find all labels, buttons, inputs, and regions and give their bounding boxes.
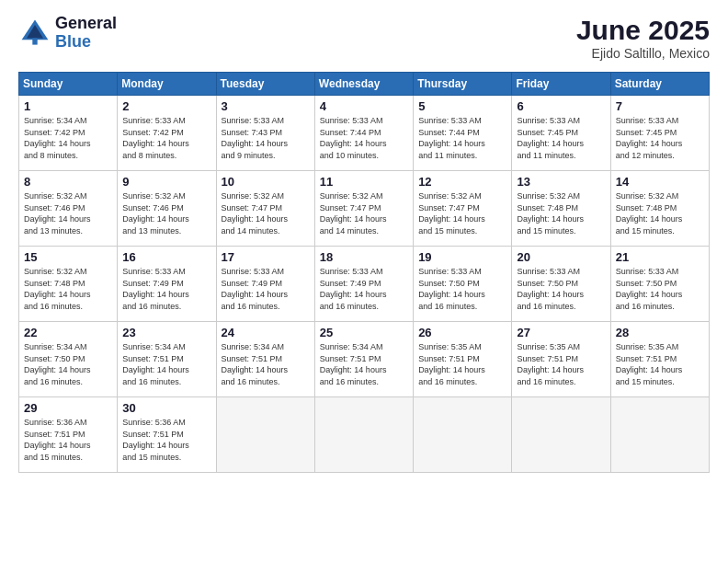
week-row-1: 8Sunrise: 5:32 AM Sunset: 7:46 PM Daylig… [19,171,710,247]
day-info: Sunrise: 5:32 AM Sunset: 7:46 PM Dayligh… [24,190,112,236]
day-number: 2 [122,99,210,113]
day-info: Sunrise: 5:33 AM Sunset: 7:44 PM Dayligh… [320,115,408,161]
day-cell: 9Sunrise: 5:32 AM Sunset: 7:46 PM Daylig… [118,171,216,247]
day-number: 15 [24,250,112,264]
day-cell: 14Sunrise: 5:32 AM Sunset: 7:48 PM Dayli… [610,171,709,247]
title-block: June 2025 Ejido Saltillo, Mexico [576,15,710,61]
day-cell: 12Sunrise: 5:32 AM Sunset: 7:47 PM Dayli… [414,171,512,247]
day-number: 6 [517,99,605,113]
day-info: Sunrise: 5:36 AM Sunset: 7:51 PM Dayligh… [24,417,112,463]
day-number: 16 [122,250,210,264]
day-number: 10 [222,175,310,189]
day-number: 4 [320,99,408,113]
day-cell: 7Sunrise: 5:33 AM Sunset: 7:45 PM Daylig… [610,96,709,171]
day-number: 21 [616,250,704,264]
day-info: Sunrise: 5:33 AM Sunset: 7:43 PM Dayligh… [222,115,310,161]
day-cell: 21Sunrise: 5:33 AM Sunset: 7:50 PM Dayli… [610,247,709,322]
day-cell [512,397,610,473]
day-cell: 25Sunrise: 5:34 AM Sunset: 7:51 PM Dayli… [314,322,413,397]
day-number: 20 [517,250,605,264]
day-info: Sunrise: 5:34 AM Sunset: 7:51 PM Dayligh… [320,341,408,387]
logo-blue: Blue [55,33,117,52]
day-info: Sunrise: 5:35 AM Sunset: 7:51 PM Dayligh… [418,341,506,387]
day-number: 7 [616,99,704,113]
day-cell: 19Sunrise: 5:33 AM Sunset: 7:50 PM Dayli… [414,247,512,322]
day-cell: 26Sunrise: 5:35 AM Sunset: 7:51 PM Dayli… [414,322,512,397]
day-cell: 8Sunrise: 5:32 AM Sunset: 7:46 PM Daylig… [19,171,118,247]
header: General Blue June 2025 Ejido Saltillo, M… [18,15,710,61]
day-cell: 10Sunrise: 5:32 AM Sunset: 7:47 PM Dayli… [216,171,314,247]
day-info: Sunrise: 5:34 AM Sunset: 7:50 PM Dayligh… [24,341,112,387]
subtitle: Ejido Saltillo, Mexico [576,46,710,61]
day-info: Sunrise: 5:35 AM Sunset: 7:51 PM Dayligh… [616,341,704,387]
day-number: 27 [517,326,605,339]
day-cell: 1Sunrise: 5:34 AM Sunset: 7:42 PM Daylig… [19,96,118,171]
day-number: 30 [122,401,210,415]
day-info: Sunrise: 5:33 AM Sunset: 7:49 PM Dayligh… [320,266,408,312]
week-row-0: 1Sunrise: 5:34 AM Sunset: 7:42 PM Daylig… [19,96,710,171]
day-info: Sunrise: 5:32 AM Sunset: 7:47 PM Dayligh… [222,190,310,236]
day-number: 17 [222,250,310,264]
day-number: 13 [517,175,605,189]
day-cell: 11Sunrise: 5:32 AM Sunset: 7:47 PM Dayli… [314,171,413,247]
day-cell: 22Sunrise: 5:34 AM Sunset: 7:50 PM Dayli… [19,322,118,397]
day-cell: 23Sunrise: 5:34 AM Sunset: 7:51 PM Dayli… [118,322,216,397]
day-number: 29 [24,401,112,415]
day-cell: 16Sunrise: 5:33 AM Sunset: 7:49 PM Dayli… [118,247,216,322]
logo: General Blue [18,15,117,52]
day-number: 18 [320,250,408,264]
day-cell [414,397,512,473]
day-number: 8 [24,175,112,189]
day-cell: 17Sunrise: 5:33 AM Sunset: 7:49 PM Dayli… [216,247,314,322]
header-sunday: Sunday [19,73,118,96]
day-info: Sunrise: 5:33 AM Sunset: 7:50 PM Dayligh… [616,266,704,312]
day-info: Sunrise: 5:36 AM Sunset: 7:51 PM Dayligh… [122,417,210,463]
day-info: Sunrise: 5:32 AM Sunset: 7:46 PM Dayligh… [122,190,210,236]
header-friday: Friday [512,73,610,96]
day-cell: 15Sunrise: 5:32 AM Sunset: 7:48 PM Dayli… [19,247,118,322]
header-row: SundayMondayTuesdayWednesdayThursdayFrid… [19,73,710,96]
day-info: Sunrise: 5:33 AM Sunset: 7:42 PM Dayligh… [122,115,210,161]
day-info: Sunrise: 5:32 AM Sunset: 7:48 PM Dayligh… [24,266,112,312]
header-saturday: Saturday [610,73,709,96]
day-number: 26 [418,326,506,339]
day-cell: 2Sunrise: 5:33 AM Sunset: 7:42 PM Daylig… [118,96,216,171]
header-wednesday: Wednesday [314,73,413,96]
main-title: June 2025 [576,15,710,46]
page: General Blue June 2025 Ejido Saltillo, M… [0,0,728,563]
day-number: 25 [320,326,408,339]
day-cell [610,397,709,473]
svg-rect-2 [32,38,37,44]
day-number: 22 [24,326,112,339]
day-number: 5 [418,99,506,113]
calendar: SundayMondayTuesdayWednesdayThursdayFrid… [18,72,710,473]
day-number: 3 [222,99,310,113]
day-cell: 18Sunrise: 5:33 AM Sunset: 7:49 PM Dayli… [314,247,413,322]
week-row-3: 22Sunrise: 5:34 AM Sunset: 7:50 PM Dayli… [19,322,710,397]
day-cell: 27Sunrise: 5:35 AM Sunset: 7:51 PM Dayli… [512,322,610,397]
header-monday: Monday [118,73,216,96]
day-info: Sunrise: 5:33 AM Sunset: 7:49 PM Dayligh… [222,266,310,312]
day-cell: 3Sunrise: 5:33 AM Sunset: 7:43 PM Daylig… [216,96,314,171]
day-info: Sunrise: 5:33 AM Sunset: 7:50 PM Dayligh… [517,266,605,312]
day-info: Sunrise: 5:33 AM Sunset: 7:45 PM Dayligh… [517,115,605,161]
day-number: 11 [320,175,408,189]
logo-text: General Blue [55,15,117,52]
day-info: Sunrise: 5:34 AM Sunset: 7:42 PM Dayligh… [24,115,112,161]
day-info: Sunrise: 5:32 AM Sunset: 7:47 PM Dayligh… [320,190,408,236]
day-info: Sunrise: 5:32 AM Sunset: 7:48 PM Dayligh… [616,190,704,236]
day-number: 24 [222,326,310,339]
day-number: 28 [616,326,704,339]
day-info: Sunrise: 5:33 AM Sunset: 7:44 PM Dayligh… [418,115,506,161]
day-number: 12 [418,175,506,189]
day-info: Sunrise: 5:35 AM Sunset: 7:51 PM Dayligh… [517,341,605,387]
day-cell: 13Sunrise: 5:32 AM Sunset: 7:48 PM Dayli… [512,171,610,247]
logo-icon [18,17,51,50]
day-info: Sunrise: 5:34 AM Sunset: 7:51 PM Dayligh… [222,341,310,387]
day-number: 9 [122,175,210,189]
day-info: Sunrise: 5:33 AM Sunset: 7:50 PM Dayligh… [418,266,506,312]
header-thursday: Thursday [414,73,512,96]
day-cell: 6Sunrise: 5:33 AM Sunset: 7:45 PM Daylig… [512,96,610,171]
day-cell [314,397,413,473]
day-cell: 4Sunrise: 5:33 AM Sunset: 7:44 PM Daylig… [314,96,413,171]
